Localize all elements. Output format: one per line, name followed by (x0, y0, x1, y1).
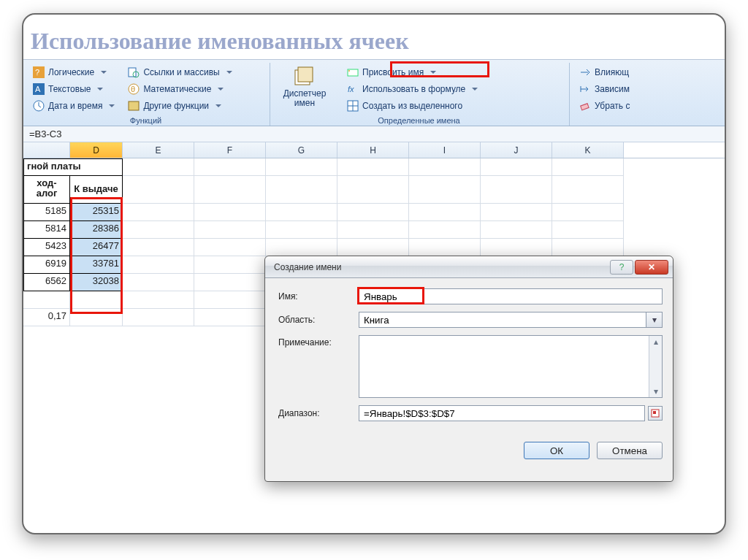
dialog-titlebar[interactable]: Создание имени ? ✕ (265, 256, 673, 278)
name-manager-icon (293, 66, 316, 89)
cell[interactable]: 32038 (70, 274, 123, 291)
merged-header: гной платы (23, 158, 123, 176)
footer-cell: 0,17 (23, 309, 70, 326)
table-row: 581428386 (23, 221, 725, 239)
label: Влияющ (595, 67, 629, 77)
scope-label: Область: (278, 315, 359, 325)
dependents-icon (579, 83, 591, 95)
svg-rect-5 (129, 68, 136, 77)
formula-bar[interactable]: =B3-C3 (23, 126, 725, 142)
col2-header: К выдаче (70, 176, 123, 204)
scroll-up-icon: ▴ (649, 336, 662, 348)
remove-arrows-button[interactable]: Убрать с (576, 98, 633, 114)
cell[interactable]: 5423 (23, 239, 70, 256)
label: Другие функции (143, 101, 209, 111)
label: Присвоить имя (362, 67, 424, 77)
grid-icon (347, 100, 359, 112)
cell[interactable]: 33781 (70, 256, 123, 274)
lookup-icon (128, 66, 140, 78)
svg-text:θ: θ (131, 85, 135, 93)
more-functions-button[interactable]: Другие функции (124, 98, 235, 114)
create-from-selection-button[interactable]: Создать из выделенного (343, 98, 481, 114)
cell[interactable]: 28386 (70, 221, 123, 239)
svg-text:fx: fx (348, 85, 354, 93)
scroll-down-icon: ▾ (649, 386, 662, 397)
label: Убрать с (595, 101, 630, 111)
scope-dropdown-button[interactable]: ▾ (646, 312, 663, 328)
trace-precedents-button[interactable]: Влияющ (576, 64, 633, 80)
ok-button[interactable]: ОК (524, 442, 589, 459)
precedents-icon (579, 66, 591, 78)
comment-textarea[interactable]: ▴ ▾ (359, 335, 663, 398)
label: Логические (48, 67, 94, 77)
group-label-functions: Функций (29, 115, 262, 126)
slide-title: Использование именованных ячеек (23, 15, 725, 59)
dialog-title-text: Создание имени (274, 262, 341, 272)
logical-icon: ? (33, 66, 45, 78)
column-header[interactable]: H (337, 142, 409, 158)
column-header[interactable] (23, 142, 70, 158)
formula-text: =B3-C3 (29, 129, 61, 139)
svg-rect-20 (653, 411, 656, 414)
table-row: 518525315 (23, 204, 725, 221)
range-label: Диапазон: (278, 408, 359, 418)
svg-rect-18 (581, 104, 589, 110)
clock-icon (33, 100, 45, 112)
datetime-button[interactable]: Дата и время (29, 98, 118, 114)
label: Диспетчер имен (283, 89, 327, 108)
column-header[interactable]: I (409, 142, 481, 158)
math-button[interactable]: θ Математические (124, 81, 235, 97)
svg-rect-9 (129, 101, 139, 110)
use-in-formula-button[interactable]: fx Использовать в формуле (343, 81, 481, 97)
column-header[interactable]: F (194, 142, 266, 158)
cell[interactable]: 5814 (23, 221, 70, 239)
chevron-down-icon: ▾ (652, 315, 657, 325)
trace-dependents-button[interactable]: Зависим (576, 81, 633, 97)
svg-text:A: A (35, 85, 41, 93)
name-label: Имя: (278, 291, 359, 302)
tag-icon (347, 66, 359, 78)
help-button[interactable]: ? (610, 260, 633, 275)
book-icon (128, 100, 140, 112)
column-header[interactable]: E (123, 142, 194, 158)
label: Дата и время (48, 101, 102, 111)
col1-header: ход- алог (23, 176, 70, 204)
name-manager-button[interactable]: Диспетчер имен (276, 64, 333, 112)
scrollbar[interactable]: ▴ ▾ (649, 336, 662, 397)
cancel-button[interactable]: Отмена (597, 442, 663, 459)
range-picker-button[interactable] (648, 406, 663, 421)
range-input[interactable] (359, 405, 645, 421)
table-row: 542326477 (23, 239, 725, 256)
close-icon: ✕ (648, 262, 655, 272)
text-button[interactable]: A Текстовые (29, 81, 118, 97)
theta-icon: θ (128, 83, 140, 95)
label: Математические (143, 84, 211, 94)
close-button[interactable]: ✕ (635, 260, 668, 275)
label: Создать из выделенного (362, 101, 462, 111)
label: Ссылки и массивы (143, 67, 219, 77)
scope-select[interactable] (359, 312, 646, 328)
label: Текстовые (48, 84, 91, 94)
help-icon: ? (619, 262, 625, 272)
cell[interactable]: 6919 (23, 256, 70, 274)
comment-label: Примечание: (278, 335, 359, 348)
name-input[interactable] (359, 288, 663, 304)
lookup-button[interactable]: Ссылки и массивы (124, 64, 235, 80)
column-header[interactable]: D (70, 142, 123, 158)
ribbon: ? Логические A Текстовые Дата и время (23, 59, 725, 126)
label: Использовать в формуле (362, 84, 465, 94)
column-header[interactable]: G (266, 142, 337, 158)
column-header[interactable]: K (552, 142, 624, 158)
cell[interactable]: 6562 (23, 274, 70, 291)
cell[interactable]: 5185 (23, 204, 70, 221)
text-icon: A (33, 83, 45, 95)
cell[interactable]: 25315 (70, 204, 123, 221)
eraser-icon (579, 100, 591, 112)
column-header[interactable]: J (481, 142, 552, 158)
svg-text:?: ? (35, 68, 39, 77)
svg-rect-11 (298, 67, 313, 82)
logical-button[interactable]: ? Логические (29, 64, 118, 80)
cell[interactable]: 26477 (70, 239, 123, 256)
range-picker-icon (651, 409, 660, 418)
define-name-button[interactable]: Присвоить имя (343, 64, 481, 80)
